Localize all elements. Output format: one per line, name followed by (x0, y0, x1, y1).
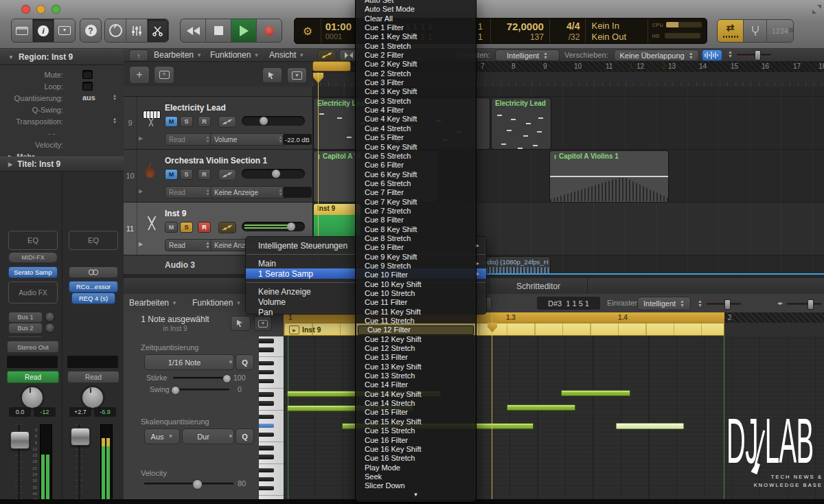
piano-key-black[interactable] (259, 361, 274, 365)
submenu-item[interactable]: Cue 6 Key Shift (356, 170, 476, 179)
gain-value-right[interactable]: -6.9 (94, 407, 116, 417)
velocity-slider[interactable] (144, 483, 233, 485)
piano-key-black[interactable] (259, 401, 274, 405)
disclosure-right-icon[interactable]: ▶ (139, 241, 143, 247)
mute-button[interactable]: M (165, 222, 178, 233)
submenu-item[interactable]: Cue 2 Stretch (356, 69, 476, 78)
pr-region-header[interactable]: ▶ Inst 9 (284, 323, 724, 336)
automation-value[interactable]: -22.0 dB (283, 134, 312, 145)
submenu-item[interactable]: Auto Set Mode (356, 5, 476, 14)
scissors-icon[interactable] (148, 19, 168, 42)
sq-scale-dropdown[interactable]: Dur▼ (182, 428, 234, 444)
rewind-icon[interactable] (181, 19, 206, 42)
submenu-item[interactable]: Cue 14 Filter (356, 380, 476, 389)
editor-hzoom-slider[interactable]: ◂▸ (777, 299, 822, 308)
submenu-item[interactable]: Cue 15 Key Shift (356, 417, 476, 426)
output-stereo-out[interactable]: Stereo Out (7, 341, 59, 353)
eq-slot-right[interactable]: EQ (69, 231, 118, 250)
track-volume-slider[interactable] (242, 222, 305, 231)
tracks-menu-ansicht[interactable]: Ansicht▼ (269, 50, 304, 60)
pan-value-right[interactable]: +2.7 (69, 407, 91, 417)
track-volume-slider[interactable] (242, 116, 305, 126)
mute-button[interactable]: M (165, 116, 178, 127)
disclosure-right-icon[interactable]: ▶ (139, 135, 143, 141)
editor-menu-bearbeiten[interactable]: Bearbeiten▼ (129, 298, 177, 308)
piano-key-black[interactable] (259, 446, 274, 450)
submenu-item[interactable]: Cue 4 Filter (356, 106, 476, 115)
eq-slot-left[interactable]: EQ (8, 231, 58, 250)
serato-samp-plugin[interactable]: Serato Samp (8, 266, 58, 278)
piano-key-black[interactable] (259, 379, 274, 383)
submenu-item[interactable]: Cue 7 Filter (356, 188, 476, 197)
track-name[interactable]: Orchestra Violin Section 1 (165, 156, 267, 165)
submenu-item[interactable]: Cue 14 Key Shift (356, 390, 476, 399)
smart-controls-icon[interactable] (105, 19, 126, 42)
submenu-item[interactable]: Cue 10 Filter (356, 271, 476, 279)
piano-key-black[interactable] (259, 370, 274, 374)
toolbar-more-chevrons[interactable]: » (788, 23, 794, 36)
automation-param-dropdown[interactable]: Volume▲▼ (210, 133, 287, 146)
record-enable-button[interactable]: R (198, 222, 211, 233)
submenu-item[interactable]: Cue 9 Filter (356, 243, 476, 252)
submenu-item[interactable]: Cue 11 Key Shift (356, 308, 476, 317)
quantize-value[interactable]: aus (82, 93, 95, 102)
library-icon[interactable] (12, 19, 33, 42)
lcd-gear-icon[interactable]: ⚙ (295, 19, 321, 43)
pan-value-left[interactable]: 0.0 (9, 407, 31, 417)
req4-plugin[interactable]: REQ 4 (s) (71, 293, 115, 304)
piano-key-black[interactable] (259, 486, 274, 490)
piano-key-black[interactable] (259, 433, 274, 437)
submenu-item[interactable]: Cue 13 Filter (356, 353, 476, 362)
vertical-zoom-slider[interactable]: ▲▼ (728, 50, 772, 58)
tracks-menu-bearbeiten[interactable]: Bearbeiten▼ (154, 50, 202, 60)
record-enable-button[interactable]: R (198, 169, 211, 180)
hide-tracks-arrow-icon[interactable]: ↑ (129, 49, 148, 61)
solo-button[interactable]: S (180, 222, 193, 233)
piano-key-black[interactable] (259, 455, 274, 459)
editor-vzoom-slider[interactable]: ▲▼ (698, 299, 742, 308)
submenu-item[interactable]: Cue 15 Filter (356, 408, 476, 417)
track-name[interactable]: Inst 9 (165, 209, 186, 218)
submenu-item[interactable]: Cue 9 Key Shift (356, 253, 476, 262)
editor-menu-funktionen[interactable]: Funktionen▼ (192, 298, 241, 308)
submenu-item[interactable]: Cue 10 Stretch (356, 289, 476, 298)
track-name[interactable]: Audio 3 (165, 260, 195, 270)
send2-knob[interactable] (45, 323, 55, 333)
automation-value[interactable] (283, 187, 312, 198)
pan-knob-left[interactable] (20, 385, 45, 410)
submenu-item[interactable]: Cue 10 Key Shift (356, 280, 476, 289)
submenu-item[interactable]: Cue 13 Key Shift (356, 363, 476, 371)
submenu-item[interactable]: Cue 8 Filter (356, 216, 476, 225)
zoom-window-button[interactable] (52, 5, 60, 14)
submenu-item[interactable]: Play Mode (356, 463, 476, 472)
submenu-item[interactable]: Cue 6 Stretch (356, 179, 476, 188)
playhead-line-editor[interactable] (492, 312, 492, 499)
track-automation-icon[interactable] (218, 169, 236, 181)
record-enable-button[interactable]: R (198, 116, 211, 127)
pan-knob-right[interactable] (80, 385, 105, 410)
submenu-item[interactable]: Cue 16 Key Shift (356, 445, 476, 454)
tab-schritteditor[interactable]: Schritteditor (490, 278, 588, 294)
sq-apply-button[interactable]: Q (236, 428, 254, 444)
zq-apply-button[interactable]: Q (236, 354, 254, 370)
mixer-icon[interactable] (126, 19, 148, 42)
tuner-icon[interactable] (744, 20, 767, 42)
stereo-format-icon[interactable] (69, 266, 118, 278)
submenu-item[interactable]: Cue 1 Key Shift (356, 32, 476, 41)
submenu-item[interactable]: Cue 12 Stretch (356, 344, 476, 353)
submenu-item[interactable]: Cue 9 Stretch (356, 262, 476, 271)
track-automation-icon[interactable] (218, 222, 236, 233)
piano-key-black[interactable] (259, 477, 274, 481)
cycle-icon[interactable]: ⇄ (718, 20, 744, 42)
submenu-item[interactable]: Cue 2 Filter (356, 51, 476, 60)
submenu-item[interactable]: Cue 13 Stretch (356, 371, 476, 380)
record-icon[interactable] (257, 19, 282, 42)
region-capitol-violins[interactable]: ▲▼Capitol A Violins 1 (549, 150, 669, 203)
automation-mode-dropdown[interactable]: Read▲▼ (165, 239, 214, 251)
submenu-item[interactable]: Cue 8 Key Shift (356, 225, 476, 234)
fader-left[interactable] (10, 431, 30, 449)
submenu-item[interactable]: Cue 16 Stretch (356, 454, 476, 463)
submenu-item[interactable]: Cue 7 Stretch (356, 207, 476, 216)
loop-checkbox[interactable] (82, 82, 93, 91)
submenu-item[interactable]: Cue 8 Stretch (356, 234, 476, 243)
